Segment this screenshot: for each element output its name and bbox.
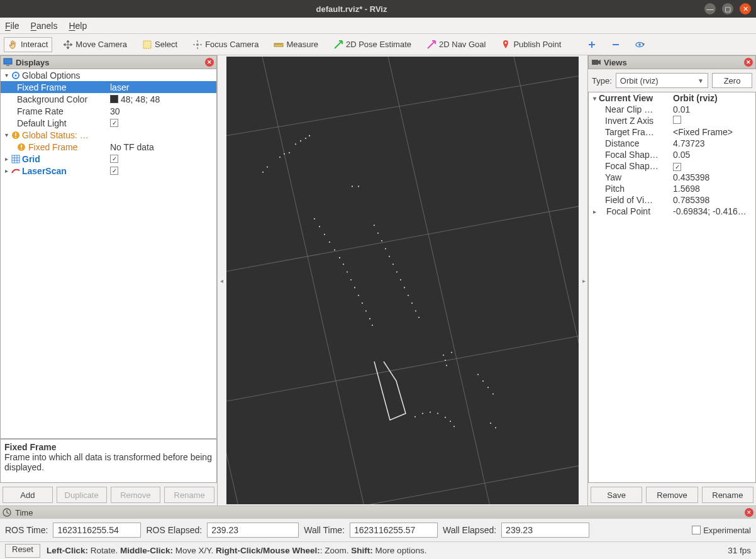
panel-handle-left[interactable]: ◂ [218, 55, 225, 506]
displays-tree[interactable]: ▾ Global Options Fixed Frame laser Backg… [0, 69, 217, 439]
view-distance[interactable]: Distance4.73723 [589, 138, 755, 149]
menu-file[interactable]: File [5, 21, 19, 31]
svg-line-19 [226, 329, 579, 407]
svg-point-27 [289, 152, 290, 153]
eye-icon[interactable]: ▾ [635, 40, 645, 50]
svg-point-33 [309, 135, 310, 136]
svg-point-59 [411, 302, 413, 304]
views-tree[interactable]: ▾Current ViewOrbit (rviz) Near Clip …0.0… [588, 92, 756, 483]
view-near-clip[interactable]: Near Clip …0.01 [589, 104, 755, 115]
view-target-frame[interactable]: Target Fra…<Fixed Frame> [589, 126, 755, 138]
rename-view-button[interactable]: Rename [702, 487, 753, 503]
views-header[interactable]: Views ✕ [588, 55, 756, 69]
displays-panel: Displays ✕ ▾ Global Options Fixed Frame … [0, 55, 218, 506]
zero-button[interactable]: Zero [712, 73, 752, 88]
add-button[interactable]: Add [3, 487, 53, 503]
svg-point-35 [319, 226, 320, 227]
maximize-button[interactable]: ▢ [722, 3, 733, 14]
color-swatch [110, 95, 118, 103]
type-combo[interactable]: Orbit (rviz)▼ [616, 73, 708, 88]
view-fov[interactable]: Field of Vi…0.785398 [589, 194, 755, 206]
duplicate-button: Duplicate [57, 487, 107, 503]
tool-select[interactable]: Select [138, 37, 182, 52]
tree-frame-rate[interactable]: Frame Rate 30 [1, 105, 216, 117]
tool-measure[interactable]: Measure [269, 37, 323, 52]
svg-point-25 [279, 157, 281, 158]
wall-time-field[interactable]: 1623116255.57 [350, 523, 438, 538]
checkbox[interactable] [692, 526, 701, 534]
svg-point-48 [372, 324, 373, 326]
status-bar: Reset Left-Click: Rotate. Middle-Click: … [0, 541, 756, 559]
close-panel-icon[interactable]: ✕ [744, 58, 753, 67]
toolbar: Interact Move Camera Select Focus Camera… [0, 34, 756, 55]
checkbox[interactable]: ✓ [110, 155, 118, 163]
menu-help[interactable]: Help [69, 21, 87, 31]
tool-2d-pose-estimate[interactable]: 2D Pose Estimate [329, 37, 416, 52]
laser-icon [11, 167, 20, 175]
ruler-icon [274, 40, 284, 50]
tree-status-fixed-frame[interactable]: Fixed Frame No TF data [1, 141, 216, 153]
view-current[interactable]: ▾Current ViewOrbit (rviz) [589, 92, 755, 104]
tool-interact[interactable]: Interact [4, 37, 52, 52]
tool-focus-camera[interactable]: Focus Camera [188, 37, 263, 52]
view-yaw[interactable]: Yaw0.435398 [589, 172, 755, 183]
remove-view-button[interactable]: Remove [646, 487, 698, 503]
svg-line-20 [226, 459, 579, 504]
checkbox[interactable]: ✓ [110, 119, 118, 127]
svg-point-52 [385, 248, 386, 249]
svg-point-72 [451, 352, 452, 353]
warn-icon [11, 131, 20, 140]
remove-button: Remove [111, 487, 161, 503]
minus-icon[interactable] [611, 40, 621, 50]
view-focal-shape-fixed[interactable]: Focal Shap…✓ [589, 160, 755, 172]
minimize-button[interactable]: — [704, 3, 716, 14]
tree-global-options[interactable]: ▾ Global Options [1, 69, 216, 81]
svg-point-71 [446, 365, 447, 366]
view-focal-point[interactable]: ▸Focal Point-0.69834; -0.416… [589, 206, 755, 217]
pin-icon [501, 40, 511, 50]
checkbox[interactable]: ✓ [110, 167, 118, 175]
svg-point-73 [477, 374, 479, 375]
svg-rect-11 [15, 133, 16, 136]
plus-icon[interactable] [587, 40, 597, 50]
svg-point-29 [262, 172, 264, 173]
svg-point-44 [358, 295, 359, 296]
experimental-checkbox[interactable]: Experimental [692, 526, 751, 535]
reset-button[interactable]: Reset [5, 544, 40, 558]
checkbox[interactable]: ✓ [673, 163, 681, 171]
3d-viewport[interactable] [226, 57, 579, 504]
view-invert-z[interactable]: Invert Z Axis [589, 115, 755, 126]
tool-publish-point[interactable]: Publish Point [496, 37, 565, 52]
svg-rect-16 [12, 155, 19, 163]
wall-elapsed-label: Wall Elapsed: [443, 525, 496, 535]
tree-grid[interactable]: ▸ Grid ✓ [1, 153, 216, 165]
svg-point-54 [392, 263, 394, 265]
svg-point-42 [350, 279, 352, 280]
time-header[interactable]: Time ✕ [0, 506, 756, 519]
save-button[interactable]: Save [591, 487, 642, 503]
window-title: default.rviz* - RViz [5, 4, 698, 14]
view-focal-shape-size[interactable]: Focal Shap…0.05 [589, 149, 755, 160]
svg-point-63 [422, 413, 423, 414]
ros-elapsed-field[interactable]: 239.23 [207, 523, 299, 538]
menu-panels[interactable]: Panels [31, 21, 58, 31]
view-pitch[interactable]: Pitch1.5698 [589, 183, 755, 194]
tool-move-camera[interactable]: Move Camera [58, 37, 131, 52]
tree-fixed-frame[interactable]: Fixed Frame laser [1, 81, 216, 93]
checkbox[interactable] [673, 116, 681, 124]
svg-point-56 [400, 279, 401, 280]
tool-2d-nav-goal[interactable]: 2D Nav Goal [422, 37, 490, 52]
rename-button: Rename [164, 487, 214, 503]
close-panel-icon[interactable]: ✕ [745, 508, 753, 517]
tree-global-status[interactable]: ▾ Global Status: … [1, 129, 216, 141]
displays-header[interactable]: Displays ✕ [0, 55, 217, 69]
close-button[interactable]: ✕ [740, 3, 751, 14]
panel-handle-right[interactable]: ▸ [580, 55, 587, 506]
tree-background-color[interactable]: Background Color 48; 48; 48 [1, 93, 216, 105]
tree-laserscan[interactable]: ▸ LaserScan ✓ [1, 165, 216, 177]
close-panel-icon[interactable]: ✕ [205, 58, 214, 67]
ros-time-field[interactable]: 1623116255.54 [53, 523, 141, 538]
chevron-down-icon: ▼ [698, 77, 704, 84]
wall-elapsed-field[interactable]: 239.23 [501, 523, 589, 538]
tree-default-light[interactable]: Default Light ✓ [1, 117, 216, 129]
